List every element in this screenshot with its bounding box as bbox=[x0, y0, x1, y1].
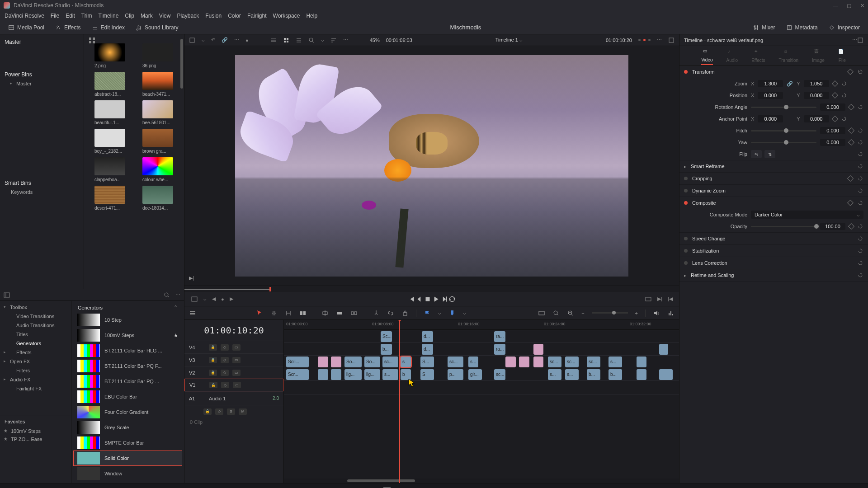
loop-button[interactable] bbox=[448, 295, 456, 303]
menu-edit[interactable]: Edit bbox=[66, 13, 75, 19]
flip-h-button[interactable]: ⇋ bbox=[751, 150, 762, 158]
clip[interactable]: s... bbox=[382, 369, 398, 380]
more-icon[interactable]: ⋯ bbox=[175, 292, 180, 298]
clip[interactable] bbox=[659, 344, 668, 355]
clip[interactable] bbox=[318, 357, 328, 367]
timeline-tracks[interactable]: 01:00:00:0001:00:08:0001:00:16:0001:00:2… bbox=[284, 320, 679, 483]
edit-page-tab[interactable] bbox=[382, 486, 392, 488]
inspector-tab-audio[interactable]: ♪Audio bbox=[726, 49, 738, 63]
scrub-handle[interactable] bbox=[269, 287, 271, 291]
clip[interactable]: s... bbox=[548, 369, 561, 380]
clip[interactable]: ra... bbox=[494, 344, 505, 355]
first-frame-button[interactable] bbox=[407, 295, 415, 303]
clip[interactable] bbox=[533, 357, 543, 367]
menu-help[interactable]: Help bbox=[306, 13, 317, 19]
media-pool-toggle[interactable]: Media Pool bbox=[5, 23, 48, 32]
video-track-v3[interactable]: b...d...ra... bbox=[284, 343, 679, 355]
lock-icon[interactable] bbox=[401, 310, 409, 317]
tree-audio-transitions[interactable]: Audio Transitions bbox=[0, 321, 71, 330]
edit-index-toggle[interactable]: Edit Index bbox=[88, 23, 128, 32]
inspector-tab-file[interactable]: 📄File bbox=[838, 49, 846, 63]
media-item[interactable]: boy_-_2182... bbox=[90, 129, 130, 154]
timeline-h-scrollbar[interactable] bbox=[284, 479, 679, 483]
zoom-out-button[interactable]: − bbox=[581, 310, 584, 316]
retime-header[interactable]: ▸Retime and Scaling bbox=[679, 269, 868, 281]
timeline-view-icon[interactable] bbox=[189, 310, 196, 317]
smart-bins-keywords[interactable]: Keywords bbox=[0, 188, 84, 196]
menu-file[interactable]: File bbox=[51, 13, 59, 19]
speed-change-header[interactable]: Speed Change bbox=[679, 233, 868, 244]
media-item[interactable]: desert-471... bbox=[90, 186, 130, 211]
inspector-tab-effects[interactable]: ✦Effects bbox=[751, 49, 765, 63]
pitch-slider[interactable] bbox=[751, 130, 816, 131]
reset-icon[interactable] bbox=[857, 127, 863, 134]
expand-icon[interactable] bbox=[668, 37, 675, 43]
anchor-y-input[interactable]: 0.000 bbox=[804, 115, 829, 122]
zoom-level[interactable]: 45% bbox=[370, 38, 380, 43]
auto-select-button[interactable]: ◇ bbox=[215, 408, 223, 415]
back-icon[interactable]: ↶ bbox=[211, 37, 215, 43]
media-scrollbar[interactable] bbox=[180, 39, 183, 89]
pos-y-input[interactable]: 0.000 bbox=[804, 92, 829, 99]
clip[interactable]: sc... bbox=[448, 357, 463, 367]
inspector-toggle[interactable]: Inspector bbox=[825, 23, 863, 32]
lock-button[interactable]: 🔒 bbox=[209, 382, 217, 388]
tree-generators[interactable]: Generators bbox=[0, 339, 71, 348]
viewer-menu-icon[interactable] bbox=[189, 37, 195, 43]
reset-icon[interactable] bbox=[857, 151, 863, 157]
disable-button[interactable]: ▭ bbox=[232, 344, 241, 351]
sort-icon[interactable] bbox=[330, 37, 337, 43]
keyframe-icon[interactable] bbox=[848, 139, 854, 145]
clip[interactable]: s... bbox=[565, 369, 579, 380]
clip[interactable]: p... bbox=[448, 369, 463, 380]
keyframe-icon[interactable] bbox=[848, 104, 854, 110]
lock-button[interactable]: 🔒 bbox=[209, 357, 217, 363]
rotation-input[interactable]: 0.000 bbox=[820, 103, 845, 111]
clip[interactable]: Scr... bbox=[286, 369, 309, 380]
keyframe-icon[interactable] bbox=[848, 127, 854, 134]
overwrite-icon[interactable] bbox=[336, 310, 343, 317]
prev-frame-button[interactable] bbox=[415, 295, 424, 303]
reset-icon[interactable] bbox=[857, 104, 863, 110]
track-header-v2[interactable]: V2🔒◇▭ bbox=[184, 366, 283, 379]
favorite-item[interactable]: 100mV Steps bbox=[0, 427, 71, 435]
media-item[interactable]: brown gra... bbox=[137, 129, 178, 154]
reset-icon[interactable] bbox=[841, 92, 847, 99]
inspector-tab-video[interactable]: ▭Video bbox=[701, 48, 712, 65]
power-bins-header[interactable]: Power Bins bbox=[0, 70, 84, 80]
deliver-page-tab[interactable] bbox=[570, 486, 580, 488]
search-icon[interactable] bbox=[308, 37, 315, 43]
tree-titles[interactable]: Titles bbox=[0, 330, 71, 339]
menu-davinci-resolve[interactable]: DaVinci Resolve bbox=[5, 13, 44, 19]
keyframe-icon[interactable] bbox=[832, 80, 838, 87]
zoom-fit-icon[interactable] bbox=[538, 310, 545, 317]
clip[interactable] bbox=[637, 369, 646, 380]
menu-playback[interactable]: Playback bbox=[177, 13, 199, 19]
media-item[interactable]: doe-18014... bbox=[137, 186, 178, 211]
clip[interactable]: sc... bbox=[382, 357, 398, 367]
generator-item[interactable]: EBU Color Bar bbox=[73, 389, 182, 404]
lock-button[interactable]: 🔒 bbox=[209, 370, 217, 376]
pitch-input[interactable]: 0.000 bbox=[820, 127, 845, 134]
generators-header[interactable]: Generators bbox=[73, 303, 182, 312]
generator-item[interactable]: Solid Color bbox=[73, 450, 182, 466]
yaw-slider[interactable] bbox=[751, 142, 816, 143]
clip[interactable] bbox=[505, 357, 516, 367]
fusion-page-tab[interactable] bbox=[429, 486, 439, 488]
generator-item[interactable]: BT.2111 Color Bar HLG ... bbox=[73, 343, 182, 358]
close-button[interactable]: ✕ bbox=[860, 3, 864, 9]
generator-item[interactable]: BT.2111 Color Bar PQ ... bbox=[73, 374, 182, 389]
media-item[interactable]: clapperboa... bbox=[90, 157, 130, 182]
audio-track-a1[interactable] bbox=[284, 380, 679, 394]
play-icon[interactable]: ▶| bbox=[189, 275, 194, 281]
zoom-in-button[interactable]: + bbox=[635, 310, 638, 316]
generator-item[interactable]: SMPTE Color Bar bbox=[73, 435, 182, 450]
composite-mode-select[interactable]: Darker Color bbox=[751, 211, 863, 219]
stabilization-header[interactable]: Stabilization bbox=[679, 245, 868, 257]
smart-reframe-header[interactable]: ▸Smart Reframe bbox=[679, 160, 868, 172]
clip[interactable]: So... bbox=[344, 357, 362, 367]
zoom-detail-icon[interactable] bbox=[552, 310, 560, 317]
media-item[interactable]: beach-3471... bbox=[137, 72, 178, 97]
opacity-slider[interactable] bbox=[751, 226, 816, 227]
clip[interactable]: gir... bbox=[468, 369, 482, 380]
